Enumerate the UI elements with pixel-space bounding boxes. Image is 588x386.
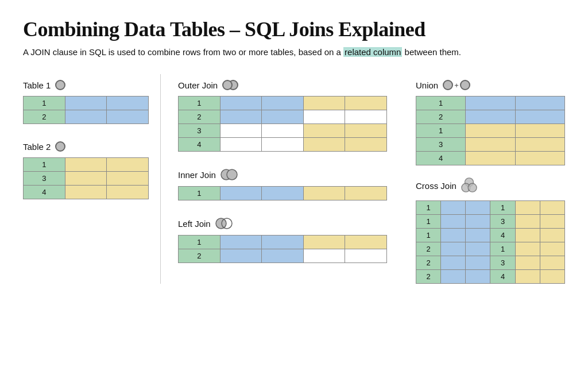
right-column: Union + 1 2 1: [404, 74, 565, 284]
table-cell: [345, 138, 387, 152]
inner-join-grid: 1: [178, 186, 387, 200]
table-cell: [303, 187, 345, 200]
table-cell: 2: [416, 110, 466, 124]
outer-join-section: Outer Join 1 2: [178, 80, 387, 152]
table-cell: [262, 236, 304, 249]
table-cell: [540, 201, 564, 215]
table1-grid: 1 2: [23, 96, 149, 124]
table-cell: [107, 186, 149, 199]
table-cell: [345, 236, 387, 249]
table-cell: [515, 215, 540, 229]
table-cell: [65, 186, 107, 199]
table-cell: [107, 96, 149, 110]
table1-icon: [55, 80, 65, 90]
table-cell: [345, 96, 387, 110]
outer-join-icon: [222, 80, 238, 90]
cross-join-section: Cross Join 1 1: [416, 177, 565, 284]
table-cell: [65, 96, 107, 110]
left-join-title: Left Join: [178, 218, 387, 229]
outer-join-title: Outer Join: [178, 80, 387, 90]
table-cell: 3: [490, 256, 515, 270]
table-cell: [345, 187, 387, 200]
subtitle: A JOIN clause in SQL is used to combine …: [23, 47, 565, 57]
table-cell: [441, 256, 466, 270]
table-cell: 1: [416, 201, 441, 215]
table-cell: [466, 242, 490, 256]
subtitle-after: between them.: [402, 47, 461, 57]
union-title: Union +: [416, 80, 565, 90]
table-cell: [466, 256, 490, 270]
table-cell: [220, 110, 262, 124]
table-cell: [515, 229, 540, 242]
table-cell: [262, 249, 304, 263]
table-cell: [515, 242, 540, 256]
table-cell: [515, 201, 540, 215]
table-cell: [65, 110, 107, 124]
table-cell: 3: [490, 215, 515, 229]
table-cell: [441, 215, 466, 229]
table-cell: [220, 96, 262, 110]
table-cell: [540, 229, 564, 242]
table-cell: [262, 124, 304, 138]
table-cell: [220, 138, 262, 152]
inner-join-section: Inner Join 1: [178, 169, 387, 200]
table-cell: [515, 138, 564, 152]
cross-join-icon: [461, 177, 477, 195]
table-cell: 2: [416, 242, 441, 256]
table-cell: [303, 110, 345, 124]
table-cell: [303, 124, 345, 138]
union-section: Union + 1 2 1: [416, 80, 565, 165]
table-cell: [466, 270, 490, 284]
subtitle-highlight: related column: [343, 47, 402, 57]
table-cell: 3: [24, 172, 65, 186]
table-cell: [262, 187, 304, 200]
table-cell: 2: [179, 110, 220, 124]
svg-point-6: [468, 183, 477, 192]
table-cell: [107, 158, 149, 172]
table2-section: Table 2 1 3 4: [23, 141, 149, 199]
table2-title: Table 2: [23, 141, 149, 152]
union-grid: 1 2 1 3: [416, 96, 565, 165]
table-cell: [466, 215, 490, 229]
left-join-grid: 1 2: [178, 235, 387, 263]
left-join-icon: [215, 218, 233, 229]
table-cell: [107, 110, 149, 124]
table-cell: 1: [416, 229, 441, 242]
table-cell: [303, 96, 345, 110]
table-cell: [515, 152, 564, 165]
union-icon: +: [443, 80, 470, 90]
table-cell: 1: [179, 236, 220, 249]
table-cell: 2: [179, 249, 220, 263]
table-cell: [515, 124, 564, 138]
table-cell: [540, 270, 564, 284]
table-cell: 1: [24, 158, 65, 172]
table-cell: [303, 249, 345, 263]
table-cell: [262, 96, 304, 110]
table-cell: 1: [416, 124, 466, 138]
table-cell: 1: [179, 187, 220, 200]
inner-join-icon: [220, 169, 238, 180]
table-cell: [540, 242, 564, 256]
table-cell: 4: [416, 152, 466, 165]
table-cell: [220, 187, 262, 200]
table-cell: 1: [179, 96, 220, 110]
table-cell: [262, 138, 304, 152]
table-cell: [441, 270, 466, 284]
table-cell: [515, 96, 564, 110]
table-cell: [466, 96, 515, 110]
table-cell: 2: [416, 270, 441, 284]
table-cell: [65, 172, 107, 186]
table-cell: [515, 256, 540, 270]
table-cell: 4: [24, 186, 65, 199]
table-cell: [466, 124, 515, 138]
cross-join-title: Cross Join: [416, 177, 565, 195]
table-cell: [441, 229, 466, 242]
table-cell: 1: [490, 242, 515, 256]
middle-column: Outer Join 1 2: [161, 74, 404, 284]
svg-point-1: [227, 169, 237, 180]
page-title: Combining Data Tables – SQL Joins Explai…: [23, 17, 565, 41]
table-cell: [303, 138, 345, 152]
table-cell: [220, 249, 262, 263]
left-column: Table 1 1 2 Table 2: [23, 74, 161, 284]
table-cell: 1: [490, 201, 515, 215]
